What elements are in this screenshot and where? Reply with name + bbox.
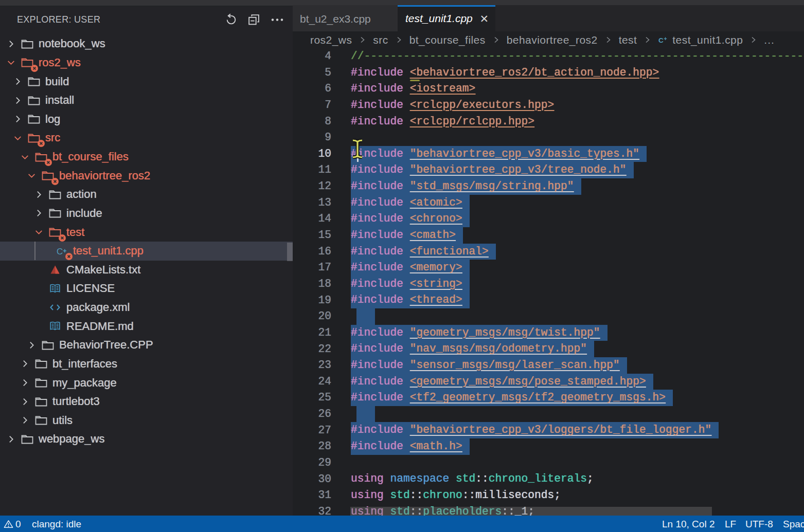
svg-text:C: C (57, 247, 63, 256)
svg-text:C: C (658, 36, 664, 44)
